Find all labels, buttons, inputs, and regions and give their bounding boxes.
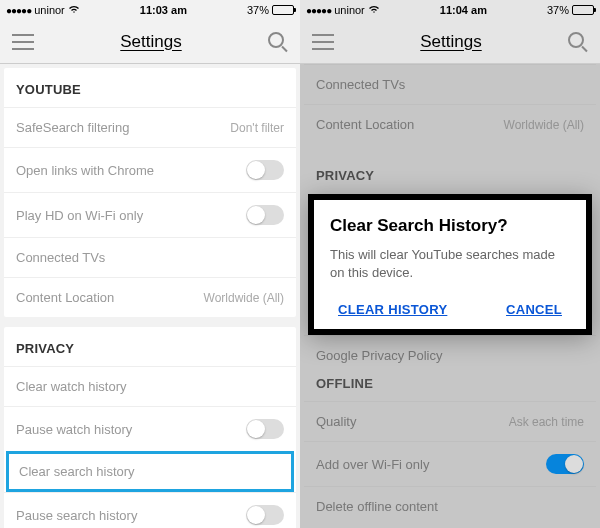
- row-label: Clear search history: [19, 464, 135, 479]
- row-safesearch[interactable]: SafeSearch filtering Don't filter: [4, 107, 296, 147]
- toggle-open-links[interactable]: [246, 160, 284, 180]
- app-header: Settings: [0, 20, 300, 64]
- app-header: Settings: [300, 20, 600, 64]
- confirm-dialog: Clear Search History? This will clear Yo…: [308, 194, 592, 335]
- youtube-section-tail: Connected TVs Content Location Worldwide…: [304, 64, 596, 144]
- carrier-label: uninor: [334, 4, 365, 16]
- settings-scroll[interactable]: YOUTUBE SafeSearch filtering Don't filte…: [0, 64, 300, 528]
- cancel-button[interactable]: CANCEL: [506, 302, 562, 317]
- row-label: Connected TVs: [316, 77, 405, 92]
- screenshot-right: ●●●●● uninor 11:04 am 37% Settings Conne…: [300, 0, 600, 528]
- row-add-over-wifi[interactable]: Add over Wi-Fi only: [304, 441, 596, 486]
- row-label: Clear watch history: [16, 379, 127, 394]
- row-value: Worldwide (All): [204, 291, 284, 305]
- youtube-section: YOUTUBE SafeSearch filtering Don't filte…: [4, 68, 296, 317]
- row-play-hd-wifi[interactable]: Play HD on Wi-Fi only: [4, 192, 296, 237]
- row-clear-watch-history[interactable]: Clear watch history: [4, 366, 296, 406]
- wifi-icon: [368, 4, 380, 16]
- row-label: Open links with Chrome: [16, 163, 154, 178]
- battery-icon: [572, 5, 594, 15]
- hamburger-icon[interactable]: [12, 34, 34, 50]
- wifi-icon: [68, 4, 80, 16]
- privacy-section: PRIVACY Clear watch history Pause watch …: [4, 327, 296, 528]
- page-title: Settings: [420, 32, 481, 52]
- row-connected-tvs[interactable]: Connected TVs: [304, 64, 596, 104]
- row-pause-watch-history[interactable]: Pause watch history: [4, 406, 296, 451]
- search-icon[interactable]: [268, 32, 288, 52]
- status-time: 11:03 am: [140, 4, 187, 16]
- toggle-add-wifi[interactable]: [546, 454, 584, 474]
- status-bar: ●●●●● uninor 11:03 am 37%: [0, 0, 300, 20]
- row-delete-offline[interactable]: Delete offline content: [304, 486, 596, 526]
- battery-pct: 37%: [547, 4, 569, 16]
- clear-history-button[interactable]: CLEAR HISTORY: [338, 302, 447, 317]
- section-header-youtube: YOUTUBE: [4, 68, 296, 107]
- row-quality[interactable]: Quality Ask each time: [304, 401, 596, 441]
- battery-icon: [272, 5, 294, 15]
- hamburger-icon[interactable]: [312, 34, 334, 50]
- row-label: Pause search history: [16, 508, 137, 523]
- toggle-play-hd[interactable]: [246, 205, 284, 225]
- row-connected-tvs[interactable]: Connected TVs: [4, 237, 296, 277]
- row-label: Google Privacy Policy: [316, 348, 442, 363]
- row-label: Pause watch history: [16, 422, 132, 437]
- screenshot-left: ●●●●● uninor 11:03 am 37% Settings YOUTU…: [0, 0, 300, 528]
- row-open-links-chrome[interactable]: Open links with Chrome: [4, 147, 296, 192]
- row-label: Quality: [316, 414, 356, 429]
- status-bar: ●●●●● uninor 11:04 am 37%: [300, 0, 600, 20]
- signal-dots-icon: ●●●●●: [306, 5, 331, 16]
- search-icon[interactable]: [568, 32, 588, 52]
- row-content-location[interactable]: Content Location Worldwide (All): [4, 277, 296, 317]
- row-value: Worldwide (All): [504, 118, 584, 132]
- row-pause-search-history[interactable]: Pause search history: [4, 492, 296, 528]
- page-title: Settings: [120, 32, 181, 52]
- section-header-offline: OFFLINE: [304, 362, 596, 401]
- row-value: Don't filter: [230, 121, 284, 135]
- row-label: Connected TVs: [16, 250, 105, 265]
- row-label: Content Location: [316, 117, 414, 132]
- battery-pct: 37%: [247, 4, 269, 16]
- row-value: Ask each time: [509, 415, 584, 429]
- row-label: Play HD on Wi-Fi only: [16, 208, 143, 223]
- row-label: Content Location: [16, 290, 114, 305]
- dialog-body: This will clear YouTube searches made on…: [330, 246, 570, 282]
- row-label: Add over Wi-Fi only: [316, 457, 429, 472]
- status-time: 11:04 am: [440, 4, 487, 16]
- row-label: Delete offline content: [316, 499, 438, 514]
- dialog-title: Clear Search History?: [330, 216, 570, 236]
- carrier-label: uninor: [34, 4, 65, 16]
- toggle-pause-watch[interactable]: [246, 419, 284, 439]
- row-label: SafeSearch filtering: [16, 120, 129, 135]
- offline-section: OFFLINE Quality Ask each time Add over W…: [304, 362, 596, 526]
- signal-dots-icon: ●●●●●: [6, 5, 31, 16]
- row-content-location[interactable]: Content Location Worldwide (All): [304, 104, 596, 144]
- section-header-privacy: PRIVACY: [304, 154, 596, 193]
- toggle-pause-search[interactable]: [246, 505, 284, 525]
- row-clear-search-history[interactable]: Clear search history: [6, 451, 294, 492]
- section-header-privacy: PRIVACY: [4, 327, 296, 366]
